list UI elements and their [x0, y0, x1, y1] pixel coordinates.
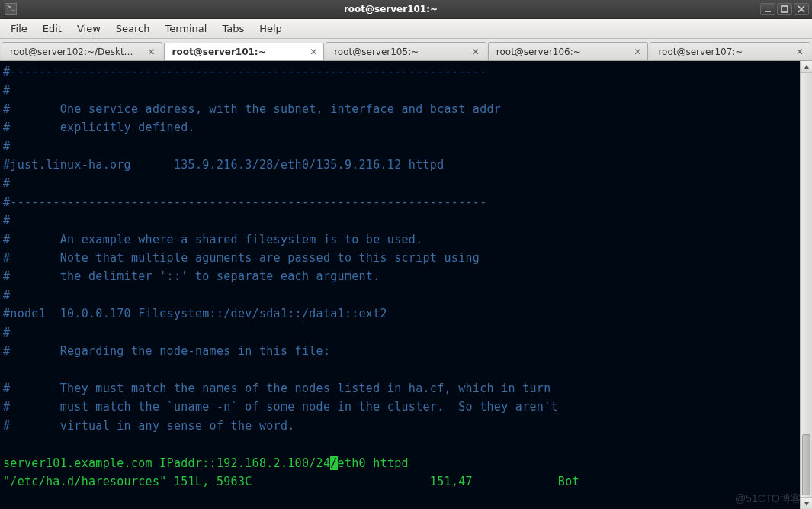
- minimize-button[interactable]: [760, 3, 775, 15]
- tab-server106[interactable]: root@server106:~ ✕: [488, 42, 649, 60]
- svg-marker-5: [804, 502, 809, 506]
- tab-label: root@server101:~: [172, 47, 304, 57]
- svg-rect-1: [782, 6, 788, 12]
- scroll-thumb[interactable]: [802, 434, 810, 495]
- terminal-wrapper: #---------------------------------------…: [0, 61, 812, 509]
- tab-label: root@server105:~: [334, 47, 466, 57]
- menu-search[interactable]: Search: [108, 21, 158, 37]
- svg-marker-4: [804, 65, 809, 69]
- tab-close-icon[interactable]: ✕: [146, 47, 157, 57]
- maximize-button[interactable]: [777, 3, 792, 15]
- scroll-down-button[interactable]: [801, 497, 812, 509]
- menu-terminal[interactable]: Terminal: [157, 21, 214, 37]
- tab-close-icon[interactable]: ✕: [632, 47, 643, 57]
- tab-close-icon[interactable]: ✕: [308, 47, 319, 57]
- tab-label: root@server102:~/Deskt…: [10, 47, 142, 57]
- tab-server105[interactable]: root@server105:~ ✕: [326, 42, 486, 60]
- tab-server102[interactable]: root@server102:~/Deskt… ✕: [2, 42, 162, 60]
- scroll-track[interactable]: [801, 73, 812, 497]
- tab-close-icon[interactable]: ✕: [794, 47, 805, 57]
- window-buttons: [760, 3, 812, 15]
- menu-view[interactable]: View: [69, 21, 108, 37]
- menubar: File Edit View Search Terminal Tabs Help: [0, 19, 812, 39]
- scrollbar[interactable]: [800, 61, 812, 509]
- close-button[interactable]: [794, 3, 809, 15]
- window-title: root@server101:~: [21, 4, 760, 14]
- tabstrip: root@server102:~/Deskt… ✕ root@server101…: [0, 39, 812, 61]
- window-titlebar: root@server101:~: [0, 0, 812, 19]
- menu-tabs[interactable]: Tabs: [214, 21, 252, 37]
- tab-label: root@server106:~: [496, 47, 628, 57]
- menu-file[interactable]: File: [3, 21, 35, 37]
- menu-edit[interactable]: Edit: [35, 21, 69, 37]
- terminal[interactable]: #---------------------------------------…: [0, 61, 800, 509]
- tab-server101[interactable]: root@server101:~ ✕: [164, 43, 325, 61]
- scroll-up-button[interactable]: [801, 61, 812, 73]
- tab-label: root@server107:~: [658, 47, 790, 57]
- tab-close-icon[interactable]: ✕: [470, 47, 481, 57]
- tab-server107[interactable]: root@server107:~ ✕: [650, 42, 810, 60]
- terminal-app-icon: [5, 3, 17, 15]
- menu-help[interactable]: Help: [252, 21, 290, 37]
